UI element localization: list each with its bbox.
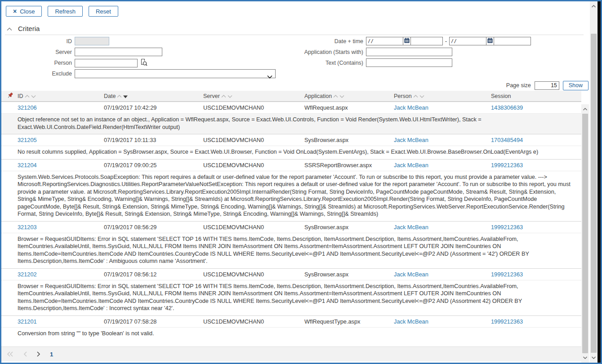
calendar-from-button[interactable] <box>403 37 411 45</box>
log-id-link[interactable]: 321203 <box>18 224 37 231</box>
chevron-down-icon <box>267 72 272 80</box>
log-server: USC1DEMOVMCHAN0 <box>203 224 304 231</box>
table-row[interactable]: 321205 07/19/2017 10:11:33 USC1DEMOVMCHA… <box>1 134 581 146</box>
sort-asc-icon[interactable] <box>117 93 122 99</box>
sort-desc-icon[interactable] <box>31 93 36 99</box>
column-header-session: Session <box>491 93 511 99</box>
text-contains-label: Text (Contains) <box>1 60 363 66</box>
log-id-link[interactable]: 321201 <box>18 318 37 325</box>
table-row[interactable]: 321206 07/19/2017 10:42:29 USC1DEMOVMCHA… <box>1 102 581 113</box>
log-date: 07/19/2017 10:11:33 <box>104 137 203 143</box>
log-date: 07/19/2017 09:00:25 <box>104 162 203 169</box>
scroll-down-icon[interactable] <box>590 354 598 362</box>
table-row[interactable]: 321204 07/19/2017 09:00:25 USC1DEMOVMCHA… <box>1 159 581 171</box>
scrollbar-thumb[interactable] <box>591 34 597 353</box>
log-server: USC1DEMOVMCHAN0 <box>203 162 304 169</box>
toolbar: × Close Refresh Reset <box>6 6 118 17</box>
criteria-section-header[interactable]: Criteria <box>7 25 40 32</box>
next-page-icon[interactable] <box>36 351 41 357</box>
pin-icon[interactable] <box>1 92 18 100</box>
column-header-person[interactable]: Person <box>394 93 412 99</box>
grid-header-row: ID Date Server Application Person <box>1 91 581 102</box>
close-button[interactable]: × Close <box>6 6 42 17</box>
log-server: USC1DEMOVMCHAN0 <box>203 318 304 325</box>
person-link[interactable]: Jack McBean <box>394 162 428 169</box>
exclude-label: Exclude <box>1 71 72 77</box>
column-header-application[interactable]: Application <box>304 93 332 99</box>
show-button[interactable]: Show <box>563 81 589 90</box>
reset-button[interactable]: Reset <box>89 6 118 17</box>
sort-desc-icon[interactable] <box>227 93 232 99</box>
log-application: WflRequest.aspx <box>304 104 394 111</box>
date-to-field[interactable] <box>449 37 486 45</box>
log-server: USC1DEMOVMCHAN0 <box>203 137 304 143</box>
sort-desc-icon[interactable] <box>419 93 424 99</box>
current-page-number[interactable]: 1 <box>50 351 53 358</box>
sort-asc-icon[interactable] <box>221 93 226 99</box>
time-to-field[interactable] <box>494 37 531 45</box>
person-link[interactable]: Jack McBean <box>394 137 428 143</box>
refresh-button[interactable]: Refresh <box>48 6 83 17</box>
log-id-link[interactable]: 321205 <box>18 137 37 143</box>
table-row[interactable]: 321201 07/19/2017 07:58:28 USC1DEMOVMCHA… <box>1 315 581 327</box>
error-detail: Browser = RequestGUIDItems: Error in SQL… <box>1 280 581 315</box>
error-detail: Object reference not set to an instance … <box>1 113 581 134</box>
previous-page-icon[interactable] <box>23 351 27 357</box>
table-row[interactable]: 321202 07/19/2017 08:56:12 USC1DEMOVMCHA… <box>1 268 581 280</box>
scrollbar-thumb[interactable] <box>582 114 588 353</box>
error-detail: Browser = RequestGUIDItems: Error in SQL… <box>1 233 581 268</box>
grid-scrollbar[interactable] <box>581 104 589 363</box>
error-detail: System.Web.Services.Protocols.SoapExcept… <box>1 171 581 221</box>
log-id-link[interactable]: 321204 <box>18 162 37 169</box>
sort-desc-icon[interactable] <box>339 93 344 99</box>
session-link[interactable]: 1703485494 <box>491 137 523 143</box>
exclude-select[interactable] <box>75 69 276 78</box>
page-size-label: Page size <box>506 82 531 89</box>
sort-asc-icon[interactable] <box>413 93 418 99</box>
error-log-window: × Close Refresh Reset Criteria ID Server… <box>0 0 602 364</box>
collapse-chevron-icon[interactable] <box>7 25 12 32</box>
date-from-field[interactable] <box>366 37 403 45</box>
scroll-up-icon[interactable] <box>581 105 589 113</box>
log-id-link[interactable]: 321202 <box>18 271 37 278</box>
calendar-to-button[interactable] <box>486 37 494 45</box>
column-header-id[interactable]: ID <box>18 93 23 99</box>
screen-edge-strip <box>598 1 601 363</box>
page-size-input[interactable] <box>535 81 559 90</box>
log-id-link[interactable]: 321206 <box>18 104 37 111</box>
time-from-field[interactable] <box>410 37 443 45</box>
page-size-row: Page size Show <box>506 81 589 90</box>
session-link[interactable]: 1999212363 <box>491 162 523 169</box>
sort-asc-icon[interactable] <box>25 93 30 99</box>
application-field[interactable] <box>366 48 452 56</box>
text-field[interactable] <box>366 58 452 67</box>
log-application: WflRequestType.aspx <box>304 318 394 325</box>
scroll-down-icon[interactable] <box>581 354 589 362</box>
session-link[interactable]: 1999212363 <box>491 271 523 278</box>
window-scrollbar[interactable] <box>590 1 598 363</box>
table-row[interactable]: 321203 07/19/2017 08:56:29 USC1DEMOVMCHA… <box>1 221 581 233</box>
date-range-separator: - <box>443 38 449 44</box>
refresh-button-label: Refresh <box>55 9 76 14</box>
person-link[interactable]: Jack McBean <box>394 224 428 231</box>
column-header-server[interactable]: Server <box>203 93 220 99</box>
person-link[interactable]: Jack McBean <box>394 104 428 111</box>
close-icon: × <box>13 8 17 14</box>
column-header-date[interactable]: Date <box>104 93 116 99</box>
session-link[interactable]: 1438306639 <box>491 104 523 111</box>
error-detail: No result columns supplied, Application … <box>1 146 581 159</box>
person-link[interactable]: Jack McBean <box>394 318 428 325</box>
error-log-grid: ID Date Server Application Person <box>1 91 581 346</box>
first-page-icon[interactable] <box>7 351 14 357</box>
sort-asc-icon[interactable] <box>333 93 338 99</box>
calendar-icon <box>487 38 493 44</box>
person-link[interactable]: Jack McBean <box>394 271 428 278</box>
session-link[interactable]: 1999212363 <box>491 318 523 325</box>
session-link[interactable]: 1999212363 <box>491 224 523 231</box>
scroll-up-icon[interactable] <box>590 2 598 10</box>
log-application: SysBrowser.aspx <box>304 271 394 278</box>
log-application: SysBrowser.aspx <box>304 137 394 143</box>
sort-desc-active-icon[interactable] <box>123 93 128 100</box>
log-date: 07/19/2017 07:58:28 <box>104 318 203 325</box>
pagination-bar: 1 <box>1 346 581 361</box>
